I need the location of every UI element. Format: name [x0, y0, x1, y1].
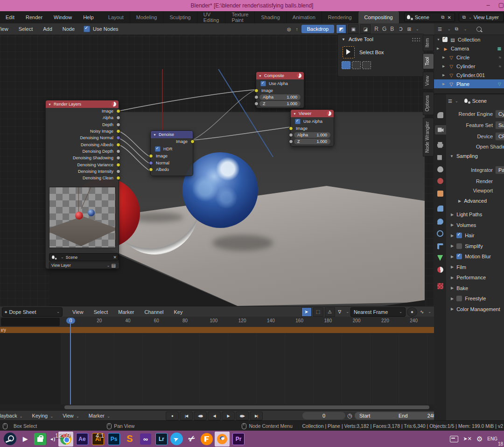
workspace-tab[interactable]: Animation — [287, 11, 322, 23]
channel-list[interactable] — [0, 333, 61, 404]
overlays-icon[interactable]: ⊞ — [407, 27, 411, 32]
outliner-row[interactable]: ▶ Cylinder ≈ — [434, 62, 504, 71]
sidebar-tab[interactable]: Tool — [423, 53, 434, 69]
select-mode-set-icon[interactable] — [342, 61, 350, 69]
store-icon[interactable] — [34, 433, 46, 445]
property-section-header[interactable]: ▶ Color Management — [446, 304, 504, 315]
minimize-button[interactable]: – — [483, 0, 494, 11]
use-alpha-checkbox[interactable] — [295, 119, 301, 124]
output-tab-icon[interactable] — [435, 140, 445, 149]
constraints-tab-icon[interactable] — [435, 241, 445, 251]
property-section-header[interactable]: ▶ Volumes — [446, 220, 504, 231]
expand-icon[interactable]: ▶ — [442, 56, 446, 59]
node-output-socket-row[interactable]: Denoising Variance — [46, 161, 119, 168]
select-mode-subtract-icon[interactable] — [362, 61, 371, 69]
input-socket[interactable] — [149, 168, 153, 172]
menu-item[interactable]: Select — [14, 26, 38, 32]
menu-item[interactable]: Key — [168, 309, 188, 315]
workspace-tab[interactable]: UV Editing — [197, 11, 226, 23]
use-alpha-row[interactable]: Use Alpha — [291, 117, 334, 125]
property-section-header[interactable]: ▶ Freestyle — [446, 293, 504, 304]
backdrop-image-toggle-icon[interactable]: ◩ — [336, 24, 346, 34]
proportional-edit-icon[interactable]: ● — [407, 307, 417, 317]
property-section-header[interactable]: ▶ Hair — [446, 230, 504, 241]
maximize-button[interactable]: ▢ — [496, 0, 504, 11]
node-output-socket-row[interactable]: Denoising Depth — [46, 148, 119, 155]
filter-icon[interactable]: ∇ — [338, 309, 342, 314]
denoise-node[interactable]: ▼ Denoise Image HDR Image — [150, 130, 193, 176]
property-section-header[interactable]: ▶ Motion Blur — [446, 251, 504, 262]
backdrop-alpha-icon[interactable]: ◪ — [360, 24, 371, 34]
output-socket[interactable] — [116, 149, 120, 153]
workspace-tab[interactable]: Compositing — [358, 11, 399, 23]
collection-checkbox[interactable] — [442, 37, 448, 42]
node-output-socket-row[interactable]: Denoising Albedo — [46, 141, 119, 148]
premiere-icon[interactable]: Pr — [231, 432, 245, 446]
parent-node-icon[interactable]: ↑ — [296, 27, 298, 32]
z-field[interactable]: Z 1.000 — [294, 139, 330, 144]
frame-end-field[interactable]: End 240 — [394, 412, 434, 419]
tray-settings-icon[interactable]: ⚙ — [476, 435, 483, 443]
editor-type-selector[interactable]: ◆ Dope Sheet ⌄ — [2, 307, 63, 317]
previous-keyframe-button[interactable]: ◀◆ — [194, 412, 207, 420]
output-socket[interactable] — [116, 122, 120, 127]
select-mode-extend-icon[interactable] — [352, 61, 361, 69]
photoshop-icon[interactable]: Ps — [107, 432, 121, 446]
menu-item[interactable]: Render — [20, 14, 48, 20]
node-input-socket-row[interactable]: Albedo — [151, 166, 193, 173]
outliner-row[interactable]: ▼ Collection — [434, 35, 504, 44]
workspace-tab[interactable]: Texture Paint — [225, 11, 255, 23]
menu-item[interactable]: Channel — [139, 309, 168, 315]
property-section-header[interactable]: ▶ Performance — [446, 272, 504, 283]
sidebar-tab[interactable]: Item — [423, 35, 434, 51]
menu-item[interactable]: Keying ⌄ — [28, 413, 58, 419]
render-engine-select[interactable]: Cycles — [495, 110, 504, 118]
expand-icon[interactable]: ▶ — [442, 73, 446, 77]
node-output-socket-row[interactable]: Image — [151, 138, 193, 145]
channel-toggle[interactable]: B — [388, 26, 396, 32]
node-input-socket-row[interactable]: Normal — [151, 160, 193, 166]
output-socket[interactable] — [116, 176, 120, 180]
feature-set-select[interactable]: Supported — [495, 121, 504, 129]
channel-search-field[interactable] — [1, 318, 60, 326]
menu-item[interactable]: Node — [57, 26, 80, 32]
output-socket[interactable] — [116, 142, 120, 147]
input-socket[interactable] — [254, 88, 259, 92]
node-output-socket-row[interactable]: Denoising Normal — [46, 135, 119, 141]
snap-mode-select[interactable]: Nearest Frame ⌄ — [350, 307, 406, 317]
sampling-section-header[interactable]: ▼ Sampling — [450, 153, 478, 159]
after-effects-icon[interactable]: Ae — [75, 432, 89, 446]
horizontal-scrollbar[interactable] — [0, 404, 434, 410]
output-socket[interactable] — [116, 116, 120, 120]
fl-studio-icon[interactable] — [201, 433, 213, 445]
jump-to-end-button[interactable]: ▶| — [250, 412, 263, 420]
menu-item[interactable]: Select — [89, 309, 113, 315]
workspace-tab[interactable]: Sculpting — [163, 11, 197, 23]
tool-tab-icon[interactable] — [435, 110, 445, 120]
scrollbar-thumb[interactable] — [64, 405, 429, 409]
collapse-icon[interactable]: ▼ — [293, 112, 296, 115]
display-mode-icon[interactable]: ⧉ — [455, 26, 458, 32]
menu-item[interactable]: Window — [48, 14, 77, 20]
playhead[interactable] — [70, 322, 71, 404]
viewer-node[interactable]: ▼ Viewer Use Alpha Image Alpha 1.000 Z 1… — [290, 109, 334, 147]
workspace-tab[interactable]: Modeling — [130, 11, 164, 23]
render-layer-button[interactable]: ▤ — [112, 263, 116, 268]
property-section-header[interactable]: ▶ Bake — [446, 283, 504, 294]
search-icon[interactable] — [476, 27, 482, 32]
particles-tab-icon[interactable] — [435, 217, 445, 226]
menu-item[interactable]: View — [0, 26, 14, 32]
view-layer-tab-icon[interactable] — [435, 152, 445, 162]
render-tab-icon[interactable] — [435, 125, 446, 135]
unlink-scene-icon[interactable]: ✕ — [447, 15, 451, 20]
view-layer-selector[interactable]: ⧉ ⌄ View Layer — [459, 13, 504, 22]
hdr-checkbox-row[interactable]: HDR — [151, 145, 193, 153]
collapse-icon[interactable]: ▼ — [259, 74, 262, 78]
interpolation-icon[interactable]: ∿ — [420, 309, 424, 314]
modifiers-tab-icon[interactable] — [435, 204, 445, 213]
telegram-icon[interactable]: ➤ — [170, 433, 183, 445]
use-nodes-checkbox[interactable] — [84, 26, 90, 32]
backdrop-toggle-button[interactable]: Backdrop — [301, 25, 334, 33]
workspace-tab[interactable]: Shading — [255, 11, 286, 23]
expand-icon[interactable]: ▶ — [442, 64, 446, 68]
